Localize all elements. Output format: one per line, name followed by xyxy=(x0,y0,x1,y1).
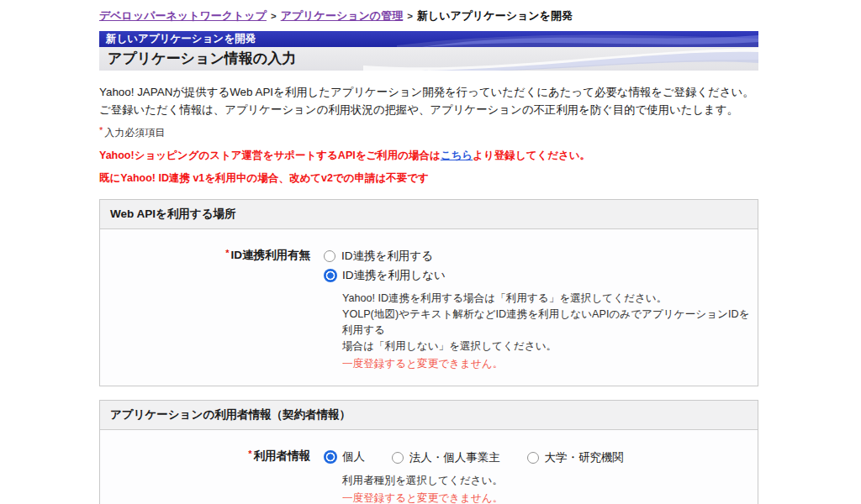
user-type-help-text: 利用者種別を選択してください。 xyxy=(342,473,758,489)
intro-line-1: Yahoo! JAPANが提供するWeb APIを利用したアプリケーション開発を… xyxy=(99,83,758,101)
breadcrumb-current-page: 新しいアプリケーションを開発 xyxy=(417,9,573,22)
radio-button-icon[interactable] xyxy=(324,269,337,282)
user-type-radio-group: 個人 法人・個人事業主 大学・研究機関 xyxy=(324,447,758,467)
radio-label: 法人・個人事業主 xyxy=(409,448,500,467)
breadcrumb-separator: > xyxy=(271,11,277,21)
field-label-id-federation: *ID連携利用有無 xyxy=(100,246,310,372)
cannot-change-note: 一度登録すると変更できません。 xyxy=(342,491,758,504)
section-header: Web APIを利用する場所 xyxy=(100,200,758,229)
radio-button-icon[interactable] xyxy=(324,250,335,262)
intro-line-2: ご登録いただく情報は、アプリケーションの利用状況の把握や、アプリケーションの不正… xyxy=(99,101,758,118)
breadcrumb-link-application-management[interactable]: アプリケーションの管理 xyxy=(281,9,403,22)
required-asterisk: * xyxy=(99,125,103,135)
id-federation-v1-warning: 既にYahoo! ID連携 v1を利用中の場合、改めてv2での申請は不要です xyxy=(99,171,758,186)
breadcrumb-separator: > xyxy=(407,11,413,21)
radio-label: 個人 xyxy=(342,447,365,466)
section-webapi-location: Web APIを利用する場所 *ID連携利用有無 ID連携を利用する ID連携を… xyxy=(99,199,758,386)
cannot-change-note: 一度登録すると変更できません。 xyxy=(342,356,758,372)
shopping-api-warning: Yahoo!ショッピングのストア運営をサポートするAPIをご利用の場合はこちらよ… xyxy=(99,149,758,163)
radio-label: ID連携を利用しない xyxy=(342,265,446,285)
breadcrumb-link-developer-network-top[interactable]: デベロッパーネットワークトップ xyxy=(99,9,267,22)
page-title-band: アプリケーション情報の入力 xyxy=(99,47,758,71)
radio-button-icon[interactable] xyxy=(392,452,404,464)
intro-paragraph: Yahoo! JAPANが提供するWeb APIを利用したアプリケーション開発を… xyxy=(99,83,758,118)
page-content: デベロッパーネットワークトップ>アプリケーションの管理>新しいアプリケーションを… xyxy=(99,0,758,504)
section-title-bar: 新しいアプリケーションを開発 xyxy=(99,31,758,47)
radio-option-no-id-federation[interactable]: ID連携を利用しない xyxy=(324,265,758,285)
radio-label: 大学・研究機関 xyxy=(545,448,625,467)
radio-option-use-id-federation[interactable]: ID連携を利用する xyxy=(324,246,758,265)
section-header: アプリケーションの利用者情報（契約者情報） xyxy=(100,401,758,430)
required-asterisk: * xyxy=(225,248,229,258)
required-asterisk: * xyxy=(248,449,251,459)
radio-option-individual[interactable]: 個人 xyxy=(324,447,365,466)
radio-option-corporation[interactable]: 法人・個人事業主 xyxy=(392,448,500,467)
required-fields-note: *入力必須項目 xyxy=(99,126,758,140)
form-row-user-type: *利用者情報 個人 法人・個人事業主 大学・研究機関 xyxy=(100,447,758,504)
page-title: アプリケーション情報の入力 xyxy=(99,47,758,71)
field-label-user-type: *利用者情報 xyxy=(100,447,310,504)
radio-button-icon[interactable] xyxy=(527,452,539,464)
radio-button-icon[interactable] xyxy=(324,450,337,464)
radio-option-university[interactable]: 大学・研究機関 xyxy=(527,448,625,467)
radio-label: ID連携を利用する xyxy=(341,246,433,265)
shopping-api-register-link[interactable]: こちら xyxy=(441,150,473,161)
section-user-info: アプリケーションの利用者情報（契約者情報） *利用者情報 個人 法人・個人事業主 xyxy=(99,400,758,504)
form-row-id-federation: *ID連携利用有無 ID連携を利用する ID連携を利用しない Yahoo! ID… xyxy=(100,246,758,372)
blue-bar-title: 新しいアプリケーションを開発 xyxy=(99,31,758,47)
id-federation-help-text: Yahoo! ID連携を利用する場合は「利用する」を選択してください。 YOLP… xyxy=(342,291,758,354)
breadcrumb: デベロッパーネットワークトップ>アプリケーションの管理>新しいアプリケーションを… xyxy=(99,0,758,24)
